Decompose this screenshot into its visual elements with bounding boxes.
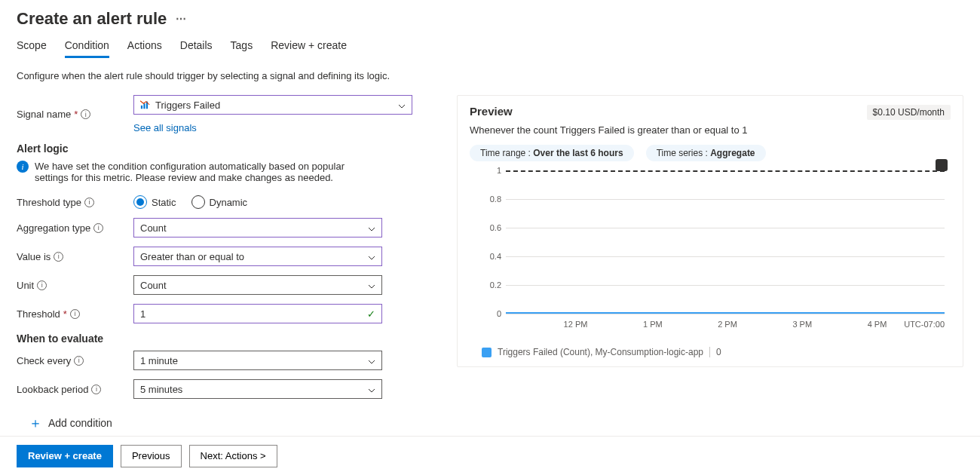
info-icon[interactable]: i [81,109,90,119]
aggregation-type-value: Count [140,222,167,234]
metric-icon [140,100,151,110]
info-icon[interactable]: i [37,280,47,290]
x-tick: 1 PM [643,320,663,329]
preview-description: Whenever the count Triggers Failed is gr… [470,124,951,136]
info-icon[interactable]: i [70,309,80,319]
legend-value: 0 [716,347,721,357]
alert-logic-info: We have set the condition configuration … [35,161,366,183]
x-tick: 3 PM [792,320,812,329]
y-tick: 0.8 [490,195,506,204]
tab-bar: Scope Condition Actions Details Tags Rev… [17,35,963,58]
time-series-label: Time series : [657,148,711,158]
unit-label: Unit [17,280,34,291]
value-is-select[interactable]: Greater than or equal to [133,247,382,266]
time-series-pill[interactable]: Time series : Aggregate [646,145,766,161]
signal-name-select[interactable]: Triggers Failed [133,95,412,115]
y-tick: 0.4 [490,252,506,261]
legend-swatch-icon [482,348,492,357]
check-every-label: Check every [17,355,71,366]
y-tick: 0.6 [490,223,506,232]
footer-bar: Review + create Previous Next: Actions > [0,436,980,438]
aggregation-type-label: Aggregation type [17,222,90,234]
chart-legend: Triggers Failed (Count), My-Consumption-… [470,347,951,357]
lookback-period-label: Lookback period [17,384,88,395]
value-is-label: Value is [17,251,51,262]
legend-name: Triggers Failed (Count), My-Consumption-… [498,347,703,357]
time-series-value: Aggregate [710,148,755,158]
signal-name-label: Signal name [17,109,71,120]
add-condition-label: Add condition [48,417,112,429]
time-range-pill[interactable]: Time range : Over the last 6 hours [470,145,634,161]
unit-value: Count [140,280,167,291]
svg-rect-0 [141,106,142,109]
check-every-value: 1 minute [140,355,178,366]
threshold-value: 1 [140,308,145,320]
chevron-down-icon [398,101,406,109]
page-title: Create an alert rule [17,9,167,29]
threshold-type-static-radio[interactable]: Static [133,195,176,209]
radio-dot-icon [133,195,147,209]
time-range-value: Over the last 6 hours [533,148,623,158]
preview-chart: 1 0.8 0.6 0.4 0.2 0 . [470,170,951,344]
required-asterisk: * [74,109,78,120]
y-tick: 1 [497,166,506,175]
value-is-value: Greater than or equal to [140,251,244,262]
x-tick: 12 PM [564,320,588,329]
info-icon[interactable]: i [93,223,103,233]
required-asterisk: * [63,308,67,320]
chart-tooltip [936,159,948,171]
price-badge: $0.10 USD/month [867,105,951,120]
check-every-select[interactable]: 1 minute [133,351,382,370]
see-all-signals-link[interactable]: See all signals [133,122,412,133]
x-tick: 2 PM [718,320,737,329]
info-icon[interactable]: i [84,198,94,207]
radio-label: Static [152,197,176,208]
tab-review[interactable]: Review + create [271,35,347,58]
signal-name-value: Triggers Failed [155,100,220,111]
alert-logic-heading: Alert logic [17,142,439,155]
timezone-label: UTC-07:00 [904,320,945,329]
lookback-period-select[interactable]: 5 minutes [133,379,382,399]
info-icon[interactable]: i [54,252,63,262]
tab-condition[interactable]: Condition [65,35,109,58]
info-filled-icon: i [17,161,29,173]
info-icon[interactable]: i [91,385,101,394]
aggregation-type-select[interactable]: Count [133,218,382,238]
radio-dot-icon [191,195,205,209]
threshold-type-dynamic-radio[interactable]: Dynamic [191,195,248,209]
add-condition-button[interactable]: ＋ Add condition [17,408,439,438]
time-range-label: Time range : [480,148,533,158]
chevron-down-icon [368,357,375,364]
tab-description: Configure when the alert rule should tri… [17,70,963,81]
preview-title: Preview [470,105,513,118]
tab-tags[interactable]: Tags [231,35,253,58]
tab-scope[interactable]: Scope [17,35,47,58]
y-tick: 0 [497,309,506,318]
tab-details[interactable]: Details [180,35,213,58]
threshold-type-label: Threshold type [17,197,81,208]
chevron-down-icon [368,385,375,393]
x-tick: 4 PM [868,320,887,329]
more-actions-icon[interactable]: ⋯ [176,13,186,25]
lookback-period-value: 5 minutes [140,384,182,395]
when-to-evaluate-heading: When to evaluate [17,332,439,345]
svg-rect-1 [143,103,145,109]
threshold-input[interactable]: 1 ✓ [133,304,382,323]
tab-actions[interactable]: Actions [127,35,162,58]
threshold-label: Threshold [17,308,60,320]
plus-icon: ＋ [29,414,42,432]
preview-panel: Preview $0.10 USD/month Whenever the cou… [457,95,963,367]
chevron-down-icon [368,224,375,231]
unit-select[interactable]: Count [133,275,382,295]
radio-label: Dynamic [210,197,248,208]
info-icon[interactable]: i [74,356,84,366]
y-tick: 0.2 [490,280,506,290]
chevron-down-icon [368,253,375,260]
chevron-down-icon [368,281,375,289]
valid-checkmark-icon: ✓ [367,308,375,320]
chart-series-line [506,312,945,314]
